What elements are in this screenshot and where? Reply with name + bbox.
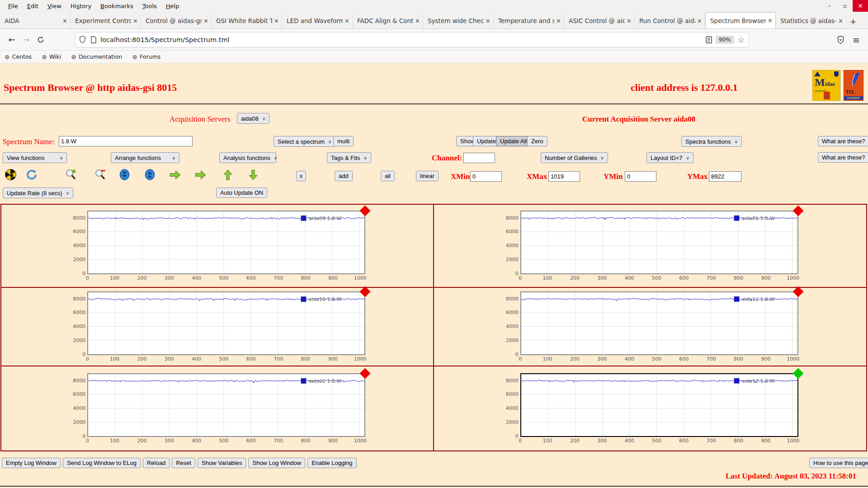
plot-area[interactable]: aida02 1.8.W xyxy=(87,373,365,437)
number-of-galleries-select[interactable]: Number of Galleries xyxy=(541,152,608,163)
arrange-functions-select[interactable]: Arrange functions xyxy=(111,152,179,163)
what-are-these-button-2[interactable]: What are these? xyxy=(818,152,868,163)
footer-show-variables[interactable]: Show Variables xyxy=(198,458,246,468)
spectrum-chart-cell[interactable]: 02000400060008000aida02 1.8.W01002003004… xyxy=(1,366,434,450)
tab-fadc-align-cont[interactable]: FADC Align & Cont✕ xyxy=(353,13,423,28)
bookmark-documentation[interactable]: ⊕Documentation xyxy=(71,53,122,61)
minimize-button[interactable]: – xyxy=(822,0,837,12)
plot-area[interactable]: aida12 1.8.W xyxy=(520,373,798,437)
tab-aida[interactable]: AIDA✕ xyxy=(0,13,71,28)
footer-send-log-window-to-elog[interactable]: Send Log Window to ELog xyxy=(63,458,141,468)
bookmark-star-icon[interactable]: ☆ xyxy=(738,35,745,44)
ymin-input[interactable]: 0 xyxy=(625,171,656,182)
arrow-left-icon[interactable] xyxy=(169,169,181,181)
menu-view[interactable]: View xyxy=(43,1,66,11)
spectrum-chart-cell[interactable]: 02000400060008000aida09 1.8.W01002003004… xyxy=(1,205,434,288)
select-a-spectrum-select[interactable]: Select a spectrum xyxy=(274,136,335,147)
tab-control-aidas-gsi[interactable]: Control @ aidas-gsi✕ xyxy=(141,13,212,28)
spectrum-chart-cell[interactable]: 02000400060008000aida11 1.8.W01002003004… xyxy=(434,288,867,366)
footer-empty-log-window[interactable]: Empty Log Window xyxy=(2,458,61,468)
plot-area[interactable]: aida01 1.8.W xyxy=(520,211,798,274)
tab-gsi-white-rabbit-t[interactable]: GSI White Rabbit T✕ xyxy=(212,13,282,28)
back-button[interactable]: ← xyxy=(5,33,19,47)
footer-reset[interactable]: Reset xyxy=(172,458,195,468)
tab-close-icon[interactable]: ✕ xyxy=(838,18,843,24)
forward-button[interactable]: → xyxy=(19,33,33,47)
ymax-input[interactable]: 8922 xyxy=(709,171,741,182)
view-functions-select[interactable]: View functions xyxy=(3,152,67,163)
what-are-these-button-1[interactable]: What are these? xyxy=(818,136,868,146)
spectra-functions-select[interactable]: Spectra functions xyxy=(681,136,742,147)
linear-button[interactable]: linear xyxy=(416,171,439,181)
tab-run-control-aida[interactable]: Run Control @ aida✕ xyxy=(635,13,705,28)
zoom-out-icon[interactable] xyxy=(94,169,106,181)
layout-id-select[interactable]: Layout ID=7 xyxy=(646,152,693,163)
zoom-level-badge[interactable]: 90% xyxy=(716,36,734,44)
tab-temperature-and-s[interactable]: Temperature and s✕ xyxy=(494,13,564,28)
zoom-in-icon[interactable] xyxy=(65,169,77,181)
tab-statistics-aidas-g[interactable]: Statistics @ aidas-g✕ xyxy=(776,13,846,28)
auto-update-button[interactable]: Auto Update ON xyxy=(216,188,267,198)
tags-fits-select[interactable]: Tags & Fits xyxy=(327,152,371,163)
xmin-input[interactable]: 0 xyxy=(470,171,502,182)
menu-bookmarks[interactable]: Bookmarks xyxy=(96,1,138,11)
account-shield-icon[interactable] xyxy=(837,36,844,44)
maximize-button[interactable]: ▫ xyxy=(837,0,853,12)
spectrum-name-input[interactable]: 1.8.W xyxy=(59,136,193,146)
tab-close-icon[interactable]: ✕ xyxy=(344,18,349,24)
bookmark-centos[interactable]: ⊕Centos xyxy=(5,53,32,61)
reload-button[interactable] xyxy=(33,33,48,47)
channel-input[interactable] xyxy=(463,153,495,163)
menu-edit[interactable]: Edit xyxy=(23,1,43,11)
arrow-up-icon[interactable] xyxy=(222,169,234,181)
reader-mode-icon[interactable] xyxy=(706,36,712,43)
url-text[interactable]: localhost:8015/Spectrum/Spectrum.tml xyxy=(100,36,706,43)
menu-file[interactable]: File xyxy=(4,1,23,11)
menu-tools[interactable]: Tools xyxy=(138,1,161,11)
acquisition-server-select[interactable]: aida08 xyxy=(237,113,269,124)
tab-close-icon[interactable]: ✕ xyxy=(203,18,208,24)
x-button[interactable]: x xyxy=(296,171,306,181)
arrow-right-icon[interactable] xyxy=(194,169,207,181)
radioactive-icon[interactable] xyxy=(5,169,17,181)
arrow-down-icon[interactable] xyxy=(247,169,259,181)
tab-system-wide-check[interactable]: System wide Check✕ xyxy=(423,13,494,28)
spectrum-chart-cell[interactable]: 02000400060008000aida01 1.8.W01002003004… xyxy=(434,205,867,288)
tab-close-icon[interactable]: ✕ xyxy=(486,18,491,24)
url-bar[interactable]: localhost:8015/Spectrum/Spectrum.tml 90%… xyxy=(75,32,749,47)
plot-area[interactable]: aida09 1.8.W xyxy=(87,211,365,274)
bookmark-forums[interactable]: ⊕Forums xyxy=(132,53,160,61)
menu-history[interactable]: History xyxy=(66,1,96,11)
tab-asic-control-aid[interactable]: ASIC Control @ aid✕ xyxy=(564,13,635,28)
tab-led-and-waveform[interactable]: LED and Waveform✕ xyxy=(282,13,353,28)
tab-close-icon[interactable]: ✕ xyxy=(62,18,67,24)
refresh-icon[interactable] xyxy=(25,169,38,181)
tab-spectrum-browser[interactable]: Spectrum Browser✕ xyxy=(705,12,776,28)
menu-help[interactable]: Help xyxy=(161,1,184,11)
zero-button[interactable]: Zero xyxy=(527,136,547,146)
multi-button[interactable]: multi xyxy=(333,136,354,146)
tab-close-icon[interactable]: ✕ xyxy=(133,18,138,24)
add-button[interactable]: add xyxy=(335,171,353,181)
plot-area[interactable]: aida10 1.8.W xyxy=(87,291,365,355)
tab-close-icon[interactable]: ✕ xyxy=(768,17,773,24)
analysis-functions-select[interactable]: Analysis functions xyxy=(219,152,276,163)
xmax-input[interactable]: 1019 xyxy=(548,171,580,182)
footer-enable-logging[interactable]: Enable Logging xyxy=(307,458,356,468)
tab-close-icon[interactable]: ✕ xyxy=(415,18,420,24)
spectrum-chart-cell[interactable]: 02000400060008000aida10 1.8.W01002003004… xyxy=(1,288,434,366)
close-button[interactable]: ✕ xyxy=(853,0,868,12)
bookmark-wiki[interactable]: ⊕Wiki xyxy=(42,53,61,61)
update-all-button[interactable]: Update All xyxy=(496,136,531,146)
plot-area[interactable]: aida11 1.8.W xyxy=(520,291,798,355)
footer-show-log-window[interactable]: Show Log Window xyxy=(248,458,305,468)
spectrum-chart-cell[interactable]: 02000400060008000aida12 1.8.W01002003004… xyxy=(434,366,867,450)
tab-close-icon[interactable]: ✕ xyxy=(274,18,279,24)
how-to-use-button[interactable]: How to use this page xyxy=(809,458,868,468)
new-tab-button[interactable]: + xyxy=(846,15,860,28)
menu-hamburger-icon[interactable]: ≡ xyxy=(853,35,860,45)
tab-close-icon[interactable]: ✕ xyxy=(627,18,632,24)
tab-experiment-control[interactable]: Experiment Control✕ xyxy=(71,13,141,28)
tab-close-icon[interactable]: ✕ xyxy=(556,18,561,24)
all-button[interactable]: all xyxy=(381,171,395,181)
